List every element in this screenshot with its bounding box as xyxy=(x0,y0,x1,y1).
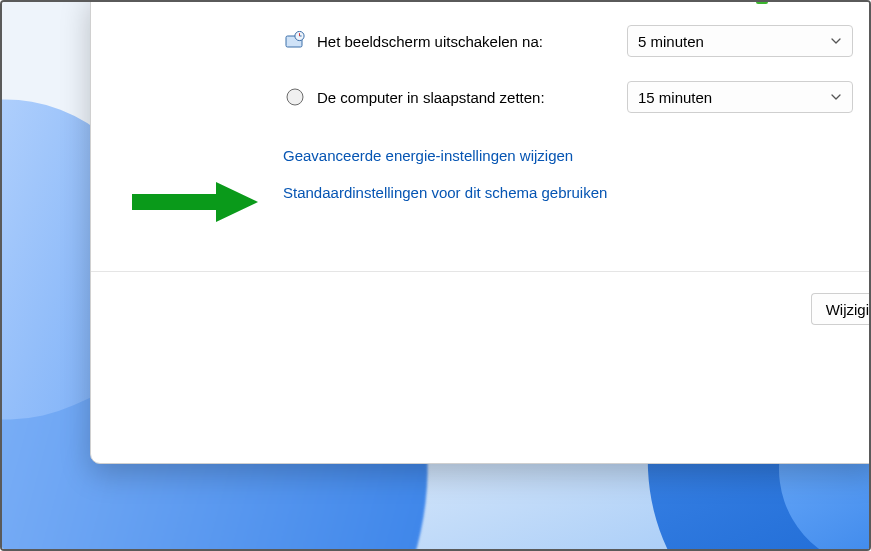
save-changes-button[interactable]: Wijzigi xyxy=(811,293,871,325)
svg-point-6 xyxy=(287,89,303,105)
sleep-dropdown[interactable]: 15 minuten xyxy=(627,81,853,113)
svg-rect-1 xyxy=(768,0,770,1)
button-row: Wijzigi xyxy=(811,293,871,325)
display-off-value: 5 minuten xyxy=(638,33,704,50)
sleep-value: 15 minuten xyxy=(638,89,712,106)
advanced-settings-link[interactable]: Geavanceerde energie-instellingen wijzig… xyxy=(283,147,573,164)
chevron-down-icon xyxy=(830,33,842,50)
power-options-window: Het beeldscherm uitschakelen na: 5 minut… xyxy=(90,0,871,464)
divider xyxy=(91,271,871,272)
sleep-label: De computer in slaapstand zetten: xyxy=(317,89,617,106)
svg-marker-7 xyxy=(132,182,258,222)
display-off-dropdown[interactable]: 5 minuten xyxy=(627,25,853,57)
row-display-off: Het beeldscherm uitschakelen na: 5 minut… xyxy=(283,25,871,57)
links-section: Geavanceerde energie-instellingen wijzig… xyxy=(283,147,871,201)
restore-defaults-link[interactable]: Standaardinstellingen voor dit schema ge… xyxy=(283,184,607,201)
monitor-timer-icon xyxy=(283,31,307,51)
display-off-label: Het beeldscherm uitschakelen na: xyxy=(317,33,617,50)
chevron-down-icon xyxy=(830,89,842,106)
save-changes-label: Wijzigi xyxy=(826,301,869,318)
annotation-arrow xyxy=(132,180,262,227)
row-sleep: De computer in slaapstand zetten: 15 min… xyxy=(283,81,871,113)
moon-icon xyxy=(283,88,307,106)
